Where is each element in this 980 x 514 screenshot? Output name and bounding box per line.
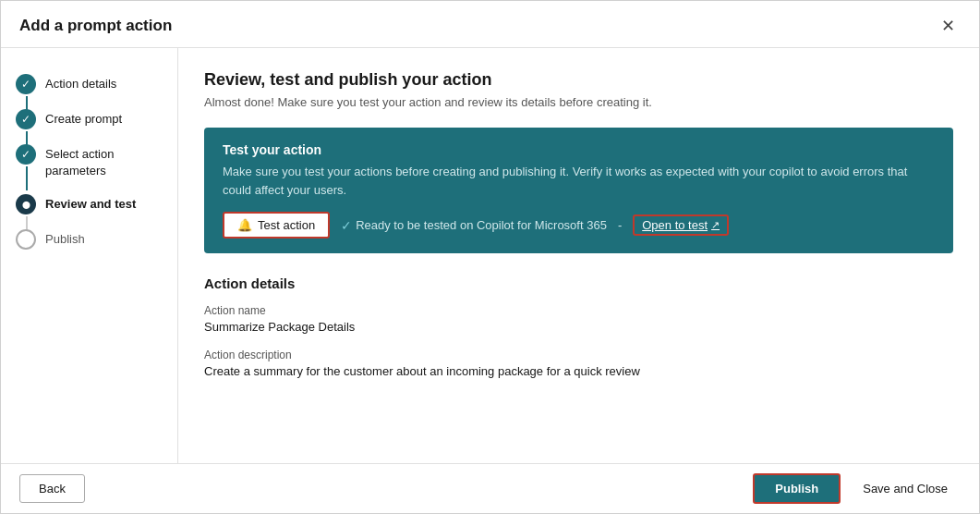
close-button[interactable]: ✕ <box>936 14 961 38</box>
open-to-test-label: Open to test <box>642 218 708 232</box>
test-action-button[interactable]: 🔔 Test action <box>223 212 330 239</box>
page-subtitle: Almost done! Make sure you test your act… <box>204 95 953 109</box>
step-icon-create-prompt: ✓ <box>16 109 36 129</box>
sidebar-item-action-details[interactable]: ✓ Action details <box>1 67 177 102</box>
main-content: Review, test and publish your action Alm… <box>178 48 979 463</box>
back-button[interactable]: Back <box>19 474 85 503</box>
test-action-icon: 🔔 <box>237 218 252 232</box>
sidebar: ✓ Action details ✓ Create prompt ✓ Selec… <box>1 48 178 463</box>
action-name-field-group: Action name Summarize Package Details <box>204 304 953 334</box>
test-actions-row: 🔔 Test action ✓ Ready to be tested on Co… <box>223 212 935 239</box>
action-name-label: Action name <box>204 304 953 317</box>
action-description-value: Create a summary for the customer about … <box>204 364 953 378</box>
test-box-description: Make sure you test your actions before c… <box>223 163 935 199</box>
open-to-test-button[interactable]: Open to test ↗ <box>633 214 729 236</box>
ready-text: ✓ Ready to be tested on Copilot for Micr… <box>341 218 607 233</box>
ready-label: Ready to be tested on Copilot for Micros… <box>356 218 607 232</box>
sidebar-item-publish[interactable]: Publish <box>1 222 177 257</box>
dialog-body: ✓ Action details ✓ Create prompt ✓ Selec… <box>1 48 979 463</box>
step-label-review-and-test: Review and test <box>45 194 136 213</box>
page-title: Review, test and publish your action <box>204 70 953 90</box>
step-label-create-prompt: Create prompt <box>45 109 122 128</box>
action-details-section: Action details Action name Summarize Pac… <box>204 275 953 378</box>
action-description-field-group: Action description Create a summary for … <box>204 349 953 378</box>
sidebar-item-create-prompt[interactable]: ✓ Create prompt <box>1 102 177 137</box>
publish-button[interactable]: Publish <box>753 473 841 504</box>
action-name-value: Summarize Package Details <box>204 320 953 334</box>
step-icon-review-and-test: ⬤ <box>16 194 36 214</box>
external-link-icon: ↗ <box>711 219 720 231</box>
save-close-button[interactable]: Save and Close <box>850 475 961 502</box>
test-box-title: Test your action <box>223 142 935 157</box>
test-box: Test your action Make sure you test your… <box>204 128 953 253</box>
action-details-section-title: Action details <box>204 275 953 291</box>
dialog-title: Add a prompt action <box>19 17 172 35</box>
step-label-select-action-parameters: Select action parameters <box>45 144 163 179</box>
dialog: Add a prompt action ✕ ✓ Action details ✓… <box>0 0 980 514</box>
footer-right: Publish Save and Close <box>753 473 961 504</box>
step-icon-action-details: ✓ <box>16 74 36 94</box>
step-icon-publish <box>16 229 36 250</box>
dialog-footer: Back Publish Save and Close <box>1 463 979 513</box>
action-description-label: Action description <box>204 349 953 361</box>
test-action-label: Test action <box>258 218 315 232</box>
dialog-header: Add a prompt action ✕ <box>1 1 979 48</box>
sidebar-item-select-action-parameters[interactable]: ✓ Select action parameters <box>1 137 177 187</box>
step-icon-select-action-parameters: ✓ <box>16 144 36 165</box>
step-label-action-details: Action details <box>45 74 116 92</box>
dash-separator: - <box>618 218 622 232</box>
sidebar-item-review-and-test[interactable]: ⬤ Review and test <box>1 187 177 222</box>
check-icon: ✓ <box>341 218 352 233</box>
step-label-publish: Publish <box>45 229 85 248</box>
